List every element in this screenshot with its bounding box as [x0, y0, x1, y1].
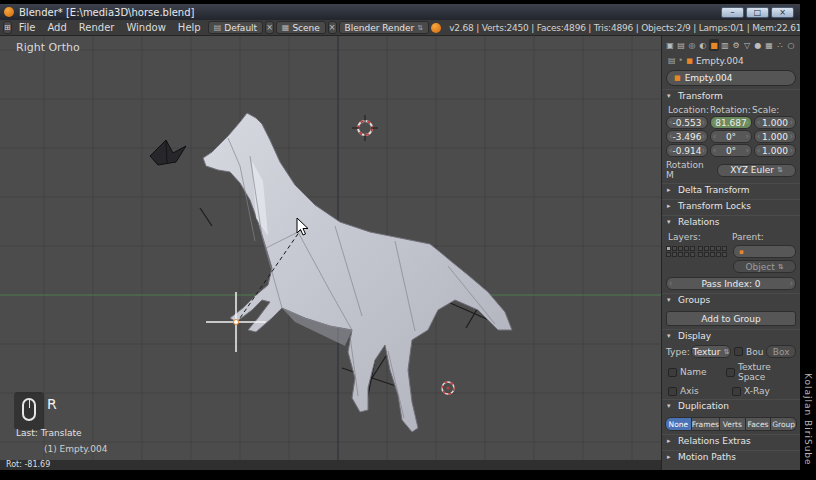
- location-z-field[interactable]: -0.914: [666, 144, 708, 157]
- scene-unlink-button[interactable]: ×: [328, 21, 337, 34]
- 3d-viewport[interactable]: Right Ortho R Last: Translate (1) Empty.…: [0, 36, 661, 460]
- tab-object-icon[interactable]: ■: [709, 39, 719, 51]
- tab-physics-icon[interactable]: ○: [786, 39, 796, 51]
- panel-header-delta-transform[interactable]: ▸ Delta Transform: [662, 183, 800, 196]
- object-name-value: Empty.004: [685, 73, 733, 83]
- view-orientation-label: Right Ortho: [16, 41, 80, 54]
- chevron-updown-icon: ⇅: [417, 24, 423, 32]
- layers-widget[interactable]: [666, 245, 729, 273]
- active-object-label: (1) Empty.004: [44, 444, 107, 454]
- rotation-mode-dropdown[interactable]: XYZ Euler ⇅: [717, 164, 796, 177]
- tab-scene-icon[interactable]: ◎: [687, 39, 697, 51]
- axis-checkbox[interactable]: [668, 387, 677, 396]
- menu-render[interactable]: Render: [74, 22, 120, 33]
- axis-checkbox-item[interactable]: Axis: [668, 386, 732, 396]
- rotation-mode-row: Rotation M XYZ Euler ⇅: [662, 157, 800, 180]
- parent-column: ▪ Object ⇅: [733, 245, 796, 273]
- panel-header-transform[interactable]: ▾ Transform: [662, 89, 800, 102]
- bounds-checkbox[interactable]: [734, 347, 743, 356]
- tab-render-icon[interactable]: ▣: [665, 39, 675, 51]
- render-engine-dropdown[interactable]: Blender Render ⇅: [339, 21, 430, 34]
- minimize-button[interactable]: –: [721, 7, 744, 18]
- texture-space-checkbox-item[interactable]: Texture Space: [726, 362, 794, 382]
- tab-render-layers-icon[interactable]: ▤: [676, 39, 686, 51]
- parent-type-value: Object: [745, 262, 774, 272]
- tab-particles-icon[interactable]: ∴: [775, 39, 785, 51]
- tab-material-icon[interactable]: ●: [753, 39, 763, 51]
- tab-modifiers-icon[interactable]: ⚙: [731, 39, 741, 51]
- properties-tabs: ▣ ▤ ◎ ◐ ■ ▥ ⚙ ▽ ● ▦ ∴ ○: [662, 36, 800, 53]
- tab-world-icon[interactable]: ◐: [698, 39, 708, 51]
- rotation-z-field[interactable]: 0°: [710, 144, 752, 157]
- texture-space-checkbox[interactable]: [726, 368, 735, 377]
- scale-y-field[interactable]: 1.000: [754, 130, 796, 143]
- name-checkbox-item[interactable]: Name: [668, 367, 726, 377]
- scale-x-field[interactable]: 1.000: [754, 116, 796, 129]
- layers-block-right[interactable]: [698, 246, 727, 273]
- collapsed-triangle-icon: ▸: [667, 453, 674, 461]
- xray-checkbox-item[interactable]: X-Ray: [732, 386, 770, 396]
- transform-fields: -0.553 81.687 1.000 -3.496 0° 1.000 -0.9…: [662, 116, 800, 157]
- parent-label: Parent:: [732, 232, 764, 242]
- tab-constraints-icon[interactable]: ▥: [720, 39, 730, 51]
- expanded-triangle-icon: ▾: [667, 296, 674, 304]
- panel-header-display[interactable]: ▾ Display: [662, 329, 800, 342]
- location-x-field[interactable]: -0.553: [666, 116, 708, 129]
- panel-header-transform-locks[interactable]: ▸ Transform Locks: [662, 199, 800, 212]
- screencast-keys-box: [14, 392, 44, 430]
- panel-header-groups[interactable]: ▾ Groups: [662, 293, 800, 306]
- editor-type-icon[interactable]: ⊞: [3, 21, 12, 34]
- bounds-type-dropdown[interactable]: Box: [766, 345, 796, 358]
- duplication-group-button[interactable]: Group: [771, 417, 797, 431]
- name-checkbox[interactable]: [668, 368, 677, 377]
- close-button[interactable]: ×: [771, 7, 794, 18]
- tab-object-data-icon[interactable]: ▽: [742, 39, 752, 51]
- duplication-frames-button[interactable]: Frames: [692, 417, 720, 431]
- scene-dropdown[interactable]: ▦ Scene: [276, 21, 326, 34]
- location-y-field[interactable]: -3.496: [666, 130, 708, 143]
- xray-checkbox-label: X-Ray: [744, 386, 770, 396]
- name-checkbox-label: Name: [680, 367, 707, 377]
- tab-texture-icon[interactable]: ▦: [764, 39, 774, 51]
- bounds-checkbox-item[interactable]: Bou: [734, 347, 763, 357]
- menu-help[interactable]: Help: [173, 22, 206, 33]
- chevron-updown-icon: ⇅: [778, 263, 784, 271]
- xray-checkbox[interactable]: [732, 387, 741, 396]
- viewport-canvas[interactable]: [0, 36, 661, 460]
- screen-layout-unlink-button[interactable]: ×: [265, 21, 274, 34]
- panel-header-motion-paths[interactable]: ▸ Motion Paths: [662, 450, 800, 463]
- parent-type-dropdown[interactable]: Object ⇅: [733, 260, 796, 273]
- menu-window[interactable]: Window: [121, 22, 170, 33]
- menu-file[interactable]: File: [14, 22, 41, 33]
- duplication-verts-button[interactable]: Verts: [720, 417, 746, 431]
- 3d-cursor[interactable]: [352, 115, 378, 141]
- bounds-label: Bou: [746, 347, 763, 357]
- display-type-dropdown[interactable]: Textur ⇅: [691, 345, 731, 358]
- add-to-group-button[interactable]: Add to Group: [666, 311, 796, 326]
- menu-add[interactable]: Add: [42, 22, 71, 33]
- parent-field[interactable]: ▪: [733, 245, 796, 258]
- expanded-triangle-icon: ▾: [667, 92, 674, 100]
- pass-index-field[interactable]: Pass Index: 0: [666, 277, 796, 290]
- scale-z-field[interactable]: 1.000: [754, 144, 796, 157]
- panel-header-relations[interactable]: ▾ Relations: [662, 215, 800, 228]
- horse-mesh[interactable]: [203, 113, 512, 432]
- layers-block-left[interactable]: [666, 246, 695, 273]
- location-label: Location:: [668, 105, 710, 115]
- collapsed-triangle-icon: ▸: [667, 437, 674, 445]
- breadcrumb-object-name: Empty.004: [696, 56, 744, 66]
- screen-layout-dropdown[interactable]: ▤ Default: [208, 21, 263, 34]
- rotation-y-field[interactable]: 0°: [710, 130, 752, 143]
- panel-header-relations-extras[interactable]: ▸ Relations Extras: [662, 434, 800, 447]
- maximize-button[interactable]: □: [746, 7, 769, 18]
- display-checkbox-row-1: Name Texture Space: [662, 358, 800, 382]
- duplication-none-button[interactable]: None: [665, 417, 692, 431]
- rotation-x-field[interactable]: 81.687: [710, 116, 752, 129]
- display-type-value: Textur: [693, 347, 721, 357]
- panel-title: Delta Transform: [678, 185, 750, 195]
- breadcrumb: ▤ ‣ ■ Empty.004: [662, 53, 800, 67]
- duplication-faces-button[interactable]: Faces: [746, 417, 772, 431]
- object-name-field[interactable]: ■ Empty.004: [666, 70, 796, 86]
- background-empty-object[interactable]: [150, 140, 186, 165]
- panel-header-duplication[interactable]: ▾ Duplication: [662, 399, 800, 412]
